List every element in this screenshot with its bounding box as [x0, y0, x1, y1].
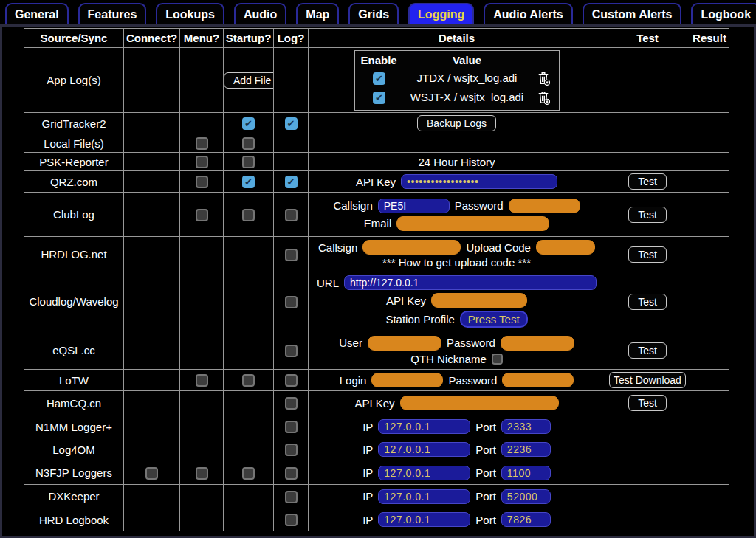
n3fjp-startup-checkbox[interactable]: [242, 467, 255, 480]
log4om-port-input[interactable]: [501, 442, 551, 457]
hrd-logbook-port-input[interactable]: [501, 512, 551, 527]
hrd-logbook-ip-input[interactable]: [378, 512, 470, 527]
n1mm-ip-input[interactable]: [378, 419, 470, 434]
lotw-login-input[interactable]: [371, 373, 443, 387]
n1mm-port-label: Port: [475, 421, 496, 433]
clublog-callsign-input[interactable]: [378, 199, 450, 213]
tab-audio[interactable]: Audio: [234, 3, 286, 24]
clublog-email-input[interactable]: [396, 216, 549, 231]
hamcq-test-button[interactable]: Test: [628, 395, 667, 411]
row-label-hamcq: HamCQ.cn: [24, 391, 124, 415]
cloudlog-url-input[interactable]: [344, 275, 597, 290]
app-log-value: WSJT-X / wsjtx_log.adi: [398, 91, 537, 103]
col-header-result: Result: [690, 29, 729, 48]
add-file-button[interactable]: Add File: [224, 72, 274, 89]
tab-map[interactable]: Map: [296, 3, 339, 24]
tab-audio-alerts[interactable]: Audio Alerts: [484, 3, 573, 24]
app-logs-list: Enable Value JTDX / wsjtx_log.adi WSJT-X…: [354, 50, 560, 111]
psk-reporter-menu-checkbox[interactable]: [196, 156, 208, 168]
dxkeeper-log-checkbox[interactable]: [285, 491, 298, 503]
col-header-menu: Menu?: [180, 29, 224, 48]
lotw-password-input[interactable]: [502, 373, 574, 387]
col-header-test: Test: [605, 29, 690, 48]
hrdlog-upload-code-help-link[interactable]: *** How to get upload code ***: [382, 256, 531, 269]
col-header-connect: Connect?: [124, 29, 180, 48]
n3fjp-ip-input[interactable]: [378, 466, 470, 480]
backup-logs-button[interactable]: Backup Logs: [417, 115, 496, 131]
row-label-n1mm: N1MM Logger+: [24, 415, 124, 438]
row-label-lotw: LoTW: [24, 370, 124, 391]
hrd-logbook-port-label: Port: [475, 514, 496, 526]
qrz-api-key-label: API Key: [356, 176, 396, 188]
lotw-log-checkbox[interactable]: [285, 374, 298, 387]
dxkeeper-ip-input[interactable]: [378, 489, 470, 504]
col-header-startup: Startup?: [224, 29, 274, 48]
row-label-clublog: ClubLog: [24, 193, 124, 237]
local-files-menu-checkbox[interactable]: [196, 137, 208, 150]
cloudlog-log-checkbox[interactable]: [285, 296, 298, 308]
n3fjp-menu-checkbox[interactable]: [196, 467, 208, 480]
n3fjp-connect-checkbox[interactable]: [145, 467, 158, 480]
hrdlog-upload-code-input[interactable]: [536, 240, 595, 255]
station-profile-select[interactable]: Press Test: [460, 311, 528, 328]
eqsl-user-input[interactable]: [368, 336, 441, 351]
hamcq-log-checkbox[interactable]: [285, 397, 298, 410]
row-label-dxkeeper: DXKeeper: [24, 485, 124, 508]
hrdlog-log-checkbox[interactable]: [285, 249, 298, 261]
row-hrd-logbook: HRD Logbook IP Port: [24, 508, 729, 531]
clublog-log-checkbox[interactable]: [285, 209, 298, 221]
tab-lookups[interactable]: Lookups: [156, 3, 224, 24]
dxkeeper-port-input[interactable]: [501, 489, 551, 504]
tab-features[interactable]: Features: [78, 3, 147, 24]
row-dxkeeper: DXKeeper IP Port: [24, 485, 729, 508]
n3fjp-port-input[interactable]: [501, 466, 551, 480]
row-hrdlog: HRDLOG.net Callsign Upload Code *** How …: [24, 237, 729, 272]
lotw-password-label: Password: [448, 374, 497, 387]
gridtracker2-log-checkbox[interactable]: [285, 117, 298, 130]
delete-app-log-icon[interactable]: [537, 90, 556, 105]
clublog-password-input[interactable]: [509, 199, 580, 213]
n3fjp-log-checkbox[interactable]: [285, 467, 298, 480]
lotw-menu-checkbox[interactable]: [196, 374, 208, 387]
qrz-log-checkbox[interactable]: [285, 176, 298, 188]
clublog-test-button[interactable]: Test: [628, 207, 667, 223]
tab-grids[interactable]: Grids: [348, 3, 399, 24]
n1mm-log-checkbox[interactable]: [285, 421, 298, 433]
tab-custom-alerts[interactable]: Custom Alerts: [583, 3, 682, 24]
eqsl-qth-nickname-checkbox[interactable]: [492, 354, 503, 365]
hamcq-api-key-label: API Key: [354, 397, 394, 410]
eqsl-test-button[interactable]: Test: [628, 342, 667, 359]
n3fjp-ip-label: IP: [362, 466, 373, 479]
n1mm-port-input[interactable]: [501, 419, 551, 434]
cloudlog-test-button[interactable]: Test: [628, 294, 667, 310]
hamcq-api-key-input[interactable]: [400, 396, 559, 410]
tab-general[interactable]: General: [5, 3, 69, 24]
psk-reporter-startup-checkbox[interactable]: [242, 156, 255, 168]
log4om-log-checkbox[interactable]: [285, 444, 298, 456]
qrz-menu-checkbox[interactable]: [196, 176, 208, 188]
hrd-logbook-log-checkbox[interactable]: [285, 514, 298, 526]
clublog-startup-checkbox[interactable]: [242, 209, 255, 221]
row-label-app-logs: App Log(s): [24, 48, 124, 113]
gridtracker2-startup-checkbox[interactable]: [242, 117, 255, 130]
app-log-enable-checkbox[interactable]: [373, 72, 385, 85]
clublog-callsign-label: Callsign: [333, 199, 372, 212]
tab-logbook[interactable]: Logbook: [691, 3, 756, 24]
qrz-api-key-input[interactable]: [401, 174, 557, 189]
app-log-enable-checkbox[interactable]: [373, 92, 385, 104]
clublog-menu-checkbox[interactable]: [196, 209, 208, 221]
lotw-startup-checkbox[interactable]: [242, 374, 255, 387]
hrdlog-test-button[interactable]: Test: [628, 246, 667, 263]
eqsl-qth-nickname-label: QTH Nickname: [410, 353, 487, 365]
log4om-ip-input[interactable]: [378, 442, 470, 457]
cloudlog-api-key-input[interactable]: [431, 293, 527, 308]
qrz-test-button[interactable]: Test: [628, 173, 667, 190]
eqsl-log-checkbox[interactable]: [285, 345, 298, 357]
hrdlog-callsign-input[interactable]: [362, 240, 461, 255]
eqsl-password-input[interactable]: [501, 336, 574, 351]
tab-logging[interactable]: Logging: [408, 3, 474, 24]
qrz-startup-checkbox[interactable]: [242, 176, 255, 188]
local-files-startup-checkbox[interactable]: [242, 137, 255, 150]
delete-app-log-icon[interactable]: [537, 71, 556, 86]
lotw-test-download-button[interactable]: Test Download: [609, 372, 686, 388]
